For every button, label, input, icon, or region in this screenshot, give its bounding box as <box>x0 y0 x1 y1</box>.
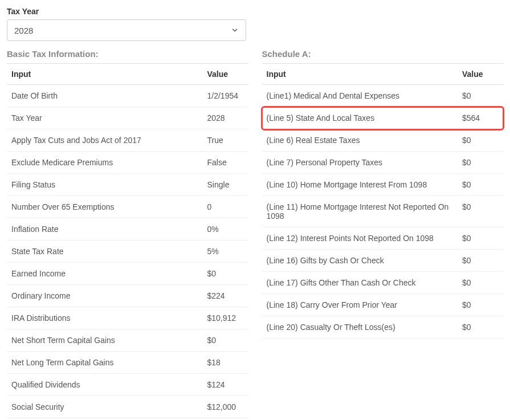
basic-row-input: Number Over 65 Exemptions <box>7 196 203 218</box>
basic-row-input: Apply Tax Cuts and Jobs Act of 2017 <box>7 129 203 152</box>
schedule-a-row-input: (Line 18) Carry Over From Prior Year <box>262 294 458 316</box>
basic-row-input: IRA Distributions <box>7 307 203 329</box>
table-row: Ordinary Income$224 <box>7 285 248 307</box>
table-row: Net Short Term Capital Gains$0 <box>7 329 248 352</box>
table-row: Earned Income$0 <box>7 263 248 285</box>
tax-year-value: 2028 <box>14 26 33 35</box>
table-row: Tax-Free Interest$0 <box>7 418 248 421</box>
table-row: (Line1) Medical And Dental Expenses$0 <box>262 85 504 107</box>
basic-row-input: Date Of Birth <box>7 85 203 107</box>
table-row: (Line 16) Gifts by Cash Or Check$0 <box>262 250 504 272</box>
schedule-a-header-value: Value <box>458 64 503 85</box>
basic-row-value: Single <box>203 174 248 196</box>
schedule-a-row-value: $0 <box>458 196 503 227</box>
table-row: (Line 18) Carry Over From Prior Year$0 <box>262 294 504 316</box>
basic-row-input: State Tax Rate <box>7 240 203 263</box>
schedule-a-column: Schedule A: Input Value (Line1) Medical … <box>262 49 504 339</box>
table-row: Number Over 65 Exemptions0 <box>7 196 248 218</box>
table-row: IRA Distributions$10,912 <box>7 307 248 329</box>
tax-year-select[interactable]: 2028 <box>7 19 246 41</box>
schedule-a-row-value: $0 <box>458 85 503 107</box>
schedule-a-row-input: (Line 16) Gifts by Cash Or Check <box>262 250 458 272</box>
basic-row-value: 5% <box>203 240 248 263</box>
basic-row-value: $12,000 <box>203 396 248 418</box>
basic-row-input: Exclude Medicare Premiums <box>7 152 203 174</box>
basic-row-value: False <box>203 152 248 174</box>
table-row: Tax Year2028 <box>7 107 248 129</box>
table-row: (Line 6) Real Estate Taxes$0 <box>262 129 504 152</box>
basic-row-value: 2028 <box>203 107 248 129</box>
table-row: Qualified Dividends$124 <box>7 374 248 396</box>
schedule-a-row-input: (Line 20) Casualty Or Theft Loss(es) <box>262 316 458 339</box>
schedule-a-row-input: (Line 7) Personal Property Taxes <box>262 152 458 174</box>
schedule-a-row-value: $0 <box>458 174 503 196</box>
schedule-a-row-input: (Line 5) State And Local Taxes <box>262 107 458 129</box>
basic-row-value: 1/2/1954 <box>203 85 248 107</box>
schedule-a-row-value: $0 <box>458 250 503 272</box>
basic-row-value: $124 <box>203 374 248 396</box>
table-row: (Line 5) State And Local Taxes$564 <box>262 107 504 129</box>
table-row: Filing StatusSingle <box>7 174 248 196</box>
table-row: Apply Tax Cuts and Jobs Act of 2017True <box>7 129 248 152</box>
schedule-a-row-input: (Line 11) Home Mortgage Interest Not Rep… <box>262 196 458 227</box>
basic-row-value: True <box>203 129 248 152</box>
schedule-a-row-input: (Line 12) Interest Points Not Reported O… <box>262 227 458 250</box>
basic-row-input: Filing Status <box>7 174 203 196</box>
schedule-a-row-value: $0 <box>458 316 503 339</box>
basic-row-input: Social Security <box>7 396 203 418</box>
table-row: (Line 7) Personal Property Taxes$0 <box>262 152 504 174</box>
tax-year-select-wrapper: 2028 <box>7 19 246 41</box>
basic-tax-title: Basic Tax Information: <box>7 49 248 64</box>
chevron-down-icon <box>231 26 239 34</box>
schedule-a-row-value: $0 <box>458 272 503 294</box>
basic-row-value: $0 <box>203 418 248 421</box>
basic-row-value: $0 <box>203 263 248 285</box>
schedule-a-row-input: (Line1) Medical And Dental Expenses <box>262 85 458 107</box>
schedule-a-row-input: (Line 6) Real Estate Taxes <box>262 129 458 152</box>
schedule-a-header-input: Input <box>262 64 458 85</box>
table-row: (Line 11) Home Mortgage Interest Not Rep… <box>262 196 504 227</box>
table-row: Social Security$12,000 <box>7 396 248 418</box>
schedule-a-table: Input Value (Line1) Medical And Dental E… <box>262 64 504 339</box>
basic-row-input: Net Short Term Capital Gains <box>7 329 203 352</box>
table-row: Exclude Medicare PremiumsFalse <box>7 152 248 174</box>
table-row: (Line 10) Home Mortgage Interest From 10… <box>262 174 504 196</box>
schedule-a-title: Schedule A: <box>262 49 504 64</box>
basic-row-input: Qualified Dividends <box>7 374 203 396</box>
basic-row-value: 0 <box>203 196 248 218</box>
basic-header-input: Input <box>7 64 203 85</box>
basic-row-input: Ordinary Income <box>7 285 203 307</box>
basic-row-input: Earned Income <box>7 263 203 285</box>
schedule-a-row-value: $0 <box>458 152 503 174</box>
basic-tax-table: Input Value Date Of Birth1/2/1954Tax Yea… <box>7 64 248 420</box>
tax-year-label: Tax Year <box>7 7 503 16</box>
schedule-a-row-value: $564 <box>458 107 503 129</box>
schedule-a-row-input: (Line 10) Home Mortgage Interest From 10… <box>262 174 458 196</box>
basic-row-input: Tax Year <box>7 107 203 129</box>
schedule-a-row-value: $0 <box>458 227 503 250</box>
table-row: Inflation Rate0% <box>7 218 248 240</box>
basic-row-value: $18 <box>203 352 248 374</box>
schedule-a-row-value: $0 <box>458 294 503 316</box>
table-row: (Line 20) Casualty Or Theft Loss(es)$0 <box>262 316 504 339</box>
basic-row-value: $0 <box>203 329 248 352</box>
basic-row-input: Net Long Term Capital Gains <box>7 352 203 374</box>
table-row: State Tax Rate5% <box>7 240 248 263</box>
schedule-a-row-value: $0 <box>458 129 503 152</box>
basic-header-value: Value <box>203 64 248 85</box>
basic-row-value: $224 <box>203 285 248 307</box>
basic-row-input: Tax-Free Interest <box>7 418 203 421</box>
schedule-a-row-input: (Line 17) Gifts Other Than Cash Or Check <box>262 272 458 294</box>
basic-row-value: $10,912 <box>203 307 248 329</box>
basic-row-input: Inflation Rate <box>7 218 203 240</box>
basic-tax-column: Basic Tax Information: Input Value Date … <box>7 49 248 420</box>
table-row: Net Long Term Capital Gains$18 <box>7 352 248 374</box>
basic-row-value: 0% <box>203 218 248 240</box>
table-row: Date Of Birth1/2/1954 <box>7 85 248 107</box>
table-row: (Line 17) Gifts Other Than Cash Or Check… <box>262 272 504 294</box>
table-row: (Line 12) Interest Points Not Reported O… <box>262 227 504 250</box>
